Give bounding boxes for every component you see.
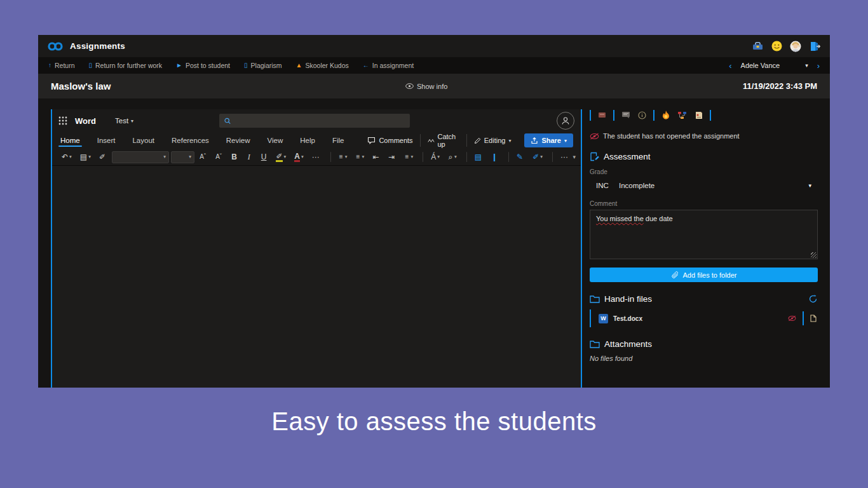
info-icon[interactable]: [637, 110, 648, 121]
find-button[interactable]: ⌕▾: [445, 152, 460, 162]
comment-textarea[interactable]: You missed the due date: [590, 210, 818, 259]
numbering-button[interactable]: ≡▾: [353, 152, 368, 161]
add-files-to-folder-button[interactable]: Add files to folder: [590, 268, 818, 282]
show-info-button[interactable]: Show info: [405, 83, 447, 90]
word-file-icon: W: [599, 314, 608, 323]
eye-slash-icon: [590, 133, 599, 140]
student-dropdown-caret[interactable]: ▾: [805, 62, 808, 69]
alignment-button[interactable]: ≡▾: [401, 152, 416, 161]
next-student-button[interactable]: ›: [817, 62, 820, 70]
not-opened-eye-slash-icon: [788, 315, 796, 322]
tab-view[interactable]: View: [267, 133, 284, 147]
bold-button[interactable]: B: [228, 152, 241, 162]
styles-button[interactable]: Á▾: [428, 152, 443, 162]
student-status-message: The student has not opened the assignmen…: [590, 132, 818, 140]
outdent-button[interactable]: ⇤: [369, 152, 383, 162]
sign-out-icon[interactable]: [808, 40, 821, 53]
eye-icon: [405, 83, 414, 89]
ribbon-overflow-button[interactable]: ···: [557, 152, 573, 162]
highlight-color-button[interactable]: ✐▾: [273, 151, 289, 163]
editor-button[interactable]: ✎: [513, 152, 527, 162]
shrink-font-button[interactable]: Aˇ: [212, 152, 226, 161]
previous-student-button[interactable]: ‹: [729, 62, 731, 70]
font-name-select[interactable]: ▾: [112, 151, 169, 163]
toolbox-icon[interactable]: [751, 40, 764, 53]
formatting-ribbon: ↶▾ ▤▾ ✐ ▾: [52, 149, 581, 166]
grow-font-button[interactable]: Aˆ: [196, 152, 210, 161]
paste-button[interactable]: ▤▾: [77, 152, 94, 162]
editing-mode-button[interactable]: Editing ▾: [466, 134, 519, 147]
ribbon-separator[interactable]: [466, 152, 467, 162]
refresh-button[interactable]: [808, 294, 818, 304]
feedback-card-icon[interactable]: [620, 110, 631, 121]
more-font-options-button[interactable]: ···: [309, 152, 324, 162]
italic-button[interactable]: I: [243, 152, 256, 162]
tab-references[interactable]: References: [171, 133, 210, 147]
tab-help[interactable]: Help: [299, 133, 316, 147]
cmd-plagiarism[interactable]: ▯ Plagiarism: [244, 62, 282, 69]
comments-button[interactable]: Comments: [360, 134, 419, 147]
tab-home[interactable]: Home: [60, 133, 81, 147]
grade-select[interactable]: INC Incomplete ▾: [590, 178, 818, 193]
folder-icon: [590, 340, 600, 348]
format-painter-button[interactable]: ✐: [96, 152, 110, 162]
cmd-in-assignment[interactable]: ← In assignment: [363, 62, 414, 69]
search-input[interactable]: [234, 116, 405, 125]
word-search-box[interactable]: [219, 114, 410, 128]
share-button[interactable]: Share ▾: [524, 133, 573, 147]
comment-icon: [367, 137, 376, 144]
ribbon-separator[interactable]: [508, 152, 509, 162]
resize-grip[interactable]: [811, 252, 817, 258]
divider: [803, 311, 804, 325]
command-icon: ▯: [244, 62, 248, 69]
tab-layout[interactable]: Layout: [132, 133, 155, 147]
immersive-reader-button[interactable]: ▤: [471, 152, 486, 162]
cmd-skooler-kudos[interactable]: ▲ Skooler Kudos: [296, 62, 349, 69]
font-color-button[interactable]: A▾: [291, 151, 306, 163]
cmd-post-to-student[interactable]: ► Post to student: [176, 62, 230, 69]
indent-button[interactable]: ⇥: [385, 152, 399, 162]
command-label: Return: [55, 62, 75, 69]
word-editor-frame: Word Test▾: [51, 109, 582, 388]
font-size-select[interactable]: ▾: [171, 151, 194, 163]
teams-assignments-window: Assignments: [38, 35, 830, 388]
document-icon[interactable]: [810, 315, 817, 322]
document-name-dropdown[interactable]: Test▾: [115, 117, 133, 125]
command-bar: ↑ Return ▯ Return for further work ► Pos…: [38, 57, 830, 74]
grade-book-icon[interactable]: [597, 110, 607, 121]
bullets-button[interactable]: ≡▾: [336, 152, 351, 161]
student-navigator: ‹ Adele Vance ▾ ›: [729, 62, 820, 70]
waffle-menu-icon[interactable]: [58, 116, 67, 125]
notes-icon[interactable]: [693, 110, 704, 121]
ribbon-separator[interactable]: [552, 152, 553, 162]
tab-review[interactable]: Review: [226, 133, 251, 147]
file-name: Test.docx: [613, 315, 642, 322]
assignment-title: Maslow's law: [51, 81, 111, 92]
learning-plan-icon[interactable]: [677, 110, 688, 121]
collapse-ribbon-button[interactable]: ▾: [573, 154, 576, 160]
word-top-bar: Word Test▾: [52, 109, 581, 132]
tab-file[interactable]: File: [332, 133, 345, 147]
ribbon-separator[interactable]: [330, 152, 331, 162]
ribbon-separator[interactable]: [423, 152, 423, 162]
hand-in-file-row[interactable]: W Test.docx: [590, 309, 818, 327]
tab-insert[interactable]: Insert: [97, 133, 116, 147]
reaction-smiley-icon[interactable]: [770, 40, 783, 53]
main-area: Word Test▾: [38, 98, 830, 388]
kudos-flame-icon[interactable]: [660, 110, 671, 121]
designer-button[interactable]: ✐▾: [529, 152, 546, 162]
document-canvas[interactable]: [52, 166, 581, 388]
command-label: Post to student: [186, 62, 230, 69]
undo-button[interactable]: ↶▾: [58, 152, 75, 162]
command-icon: ►: [176, 62, 182, 69]
grade-text: Incomplete: [619, 182, 654, 189]
dictate-button[interactable]: ❙: [488, 152, 502, 162]
divider: [710, 110, 711, 121]
catch-up-button[interactable]: Catch up: [420, 134, 466, 147]
user-avatar[interactable]: [789, 40, 802, 53]
cmd-return[interactable]: ↑ Return: [48, 62, 75, 69]
underline-button[interactable]: U: [258, 152, 271, 162]
word-account-avatar[interactable]: [557, 112, 574, 130]
cmd-return-further-work[interactable]: ▯ Return for further work: [89, 62, 163, 69]
ribbon-tab-bar: Home Insert Layout References Review Vie…: [52, 132, 581, 149]
